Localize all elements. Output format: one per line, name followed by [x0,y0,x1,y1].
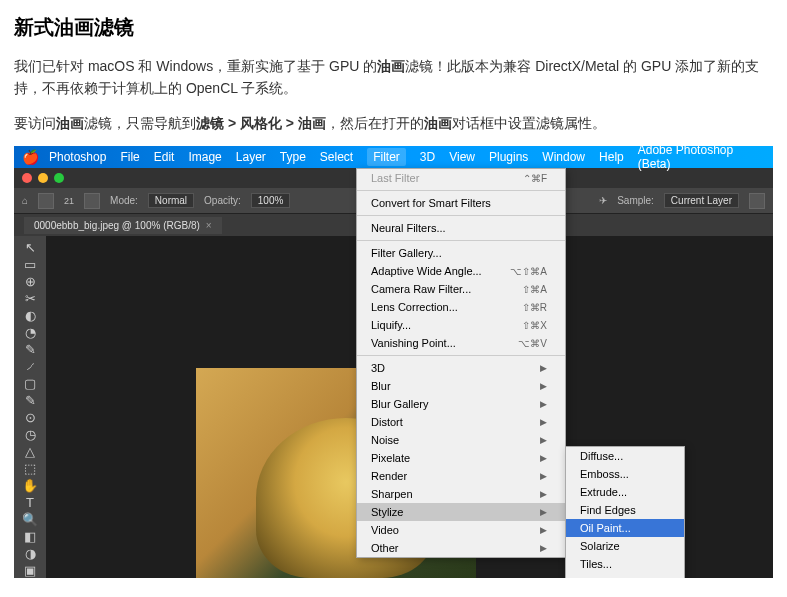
options-icon[interactable] [749,193,765,209]
menubar-edit[interactable]: Edit [154,150,175,164]
filter-stylize[interactable]: Stylize▶ [357,503,565,521]
home-icon[interactable]: ⌂ [22,195,28,206]
menubar-file[interactable]: File [120,150,139,164]
opacity-label: Opacity: [204,195,241,206]
dodge-tool[interactable]: ⬚ [18,461,42,476]
filter-noise[interactable]: Noise▶ [357,431,565,449]
hand-tool[interactable]: ◧ [18,529,42,544]
filter-sharpen[interactable]: Sharpen▶ [357,485,565,503]
menubar-plugins[interactable]: Plugins [489,150,528,164]
maximize-window-button[interactable] [54,173,64,183]
photoshop-window: 🍎 Photoshop File Edit Image Layer Type S… [14,146,773,578]
pen-tool[interactable]: ✋ [18,478,42,493]
stylize-trace-contour[interactable]: Trace Contour... [566,573,684,578]
menubar-view[interactable]: View [449,150,475,164]
blur-tool[interactable]: △ [18,444,42,459]
filter-vanishing[interactable]: Vanishing Point...⌥⌘V [357,334,565,352]
zoom-tool[interactable]: ◑ [18,546,42,561]
filter-smart[interactable]: Convert for Smart Filters [357,194,565,212]
filter-camera-raw[interactable]: Camera Raw Filter...⇧⌘A [357,280,565,298]
stylize-emboss[interactable]: Emboss... [566,465,684,483]
minimize-window-button[interactable] [38,173,48,183]
filter-lens[interactable]: Lens Correction...⇧⌘R [357,298,565,316]
opacity-input[interactable]: 100% [251,193,291,208]
close-window-button[interactable] [22,173,32,183]
close-tab-icon[interactable]: × [206,220,212,231]
menubar-select[interactable]: Select [320,150,353,164]
move-tool[interactable]: ↖ [18,240,42,255]
history-brush-tool[interactable]: ✎ [18,393,42,408]
stylize-submenu: Diffuse... Emboss... Extrude... Find Edg… [565,446,685,578]
apple-logo-icon[interactable]: 🍎 [22,149,39,165]
marquee-tool[interactable]: ▭ [18,257,42,272]
crop-tool[interactable]: ✂ [18,291,42,306]
mode-label: Mode: [110,195,138,206]
healing-tool[interactable]: ✎ [18,342,42,357]
stylize-find-edges[interactable]: Find Edges [566,501,684,519]
stylize-diffuse[interactable]: Diffuse... [566,447,684,465]
toolbox: ↖ ▭ ⊕ ✂ ◐ ◔ ✎ ⟋ ▢ ✎ ⊙ ◷ △ ⬚ ✋ T 🔍 ◧ ◑ ▣ [14,236,46,578]
stylize-oil-paint[interactable]: Oil Paint... [566,519,684,537]
type-tool[interactable]: T [18,495,42,510]
filter-other[interactable]: Other▶ [357,539,565,557]
brush-tool[interactable]: ⟋ [18,359,42,374]
menubar-3d[interactable]: 3D [420,150,435,164]
path-tool[interactable]: 🔍 [18,512,42,527]
filter-video[interactable]: Video▶ [357,521,565,539]
lasso-tool[interactable]: ⊕ [18,274,42,289]
filter-gallery[interactable]: Filter Gallery... [357,244,565,262]
frame-tool[interactable]: ◐ [18,308,42,323]
menubar-filter[interactable]: Filter [367,148,406,166]
menubar-help[interactable]: Help [599,150,624,164]
article-heading: 新式油画滤镜 [14,14,773,41]
color-swatch[interactable]: ▣ [18,563,42,578]
menubar-image[interactable]: Image [188,150,221,164]
document-tab-label: 0000ebbb_big.jpeg @ 100% (RGB/8) [34,220,200,231]
stamp-tool[interactable]: ▢ [18,376,42,391]
filter-liquify[interactable]: Liquify...⇧⌘X [357,316,565,334]
menubar-app[interactable]: Photoshop [49,150,106,164]
stylize-tiles[interactable]: Tiles... [566,555,684,573]
filter-dropdown: Last Filter⌃⌘F Convert for Smart Filters… [356,168,566,558]
menubar-type[interactable]: Type [280,150,306,164]
filter-neural[interactable]: Neural Filters... [357,219,565,237]
filter-last: Last Filter⌃⌘F [357,169,565,187]
filter-distort[interactable]: Distort▶ [357,413,565,431]
filter-blur[interactable]: Blur▶ [357,377,565,395]
menubar-layer[interactable]: Layer [236,150,266,164]
gradient-tool[interactable]: ◷ [18,427,42,442]
menubar-window[interactable]: Window [542,150,585,164]
mac-menubar: 🍎 Photoshop File Edit Image Layer Type S… [14,146,773,168]
filter-adaptive[interactable]: Adaptive Wide Angle...⌥⇧⌘A [357,262,565,280]
sample-label: Sample: [617,195,654,206]
mode-select[interactable]: Normal [148,193,194,208]
stylize-solarize[interactable]: Solarize [566,537,684,555]
brush-settings-icon[interactable] [84,193,100,209]
article-para2: 要访问油画滤镜，只需导航到滤镜 > 风格化 > 油画，然后在打开的油画对话框中设… [14,112,773,134]
document-tab[interactable]: 0000ebbb_big.jpeg @ 100% (RGB/8) × [24,217,222,234]
flow-icon[interactable]: ✈ [599,195,607,206]
eyedropper-tool[interactable]: ◔ [18,325,42,340]
eraser-tool[interactable]: ⊙ [18,410,42,425]
brush-preview-icon[interactable] [38,193,54,209]
brush-size[interactable]: 21 [64,196,74,206]
menubar-app-title: Adobe Photoshop (Beta) [638,146,765,171]
filter-blur-gallery[interactable]: Blur Gallery▶ [357,395,565,413]
filter-pixelate[interactable]: Pixelate▶ [357,449,565,467]
filter-3d[interactable]: 3D▶ [357,359,565,377]
sample-select[interactable]: Current Layer [664,193,739,208]
stylize-extrude[interactable]: Extrude... [566,483,684,501]
article-para1: 我们已针对 macOS 和 Windows，重新实施了基于 GPU 的油画滤镜！… [14,55,773,100]
filter-render[interactable]: Render▶ [357,467,565,485]
